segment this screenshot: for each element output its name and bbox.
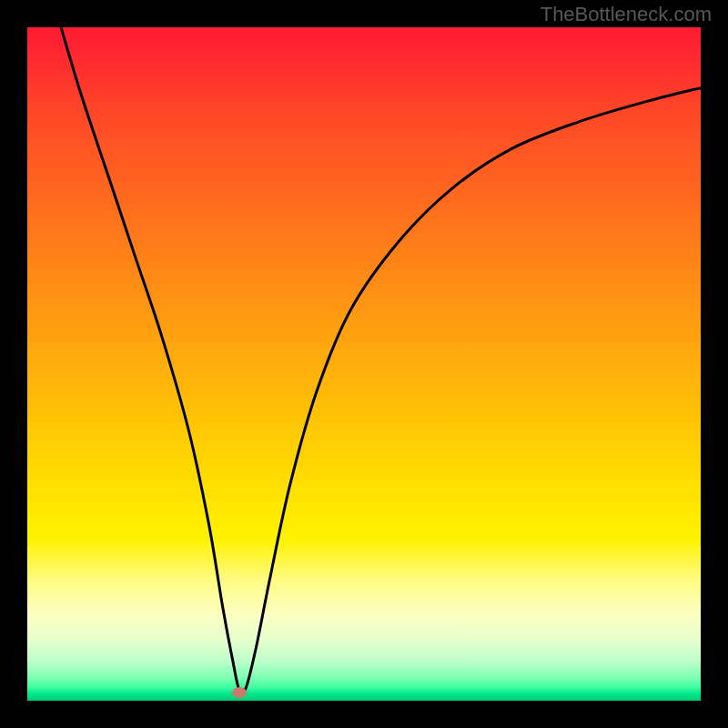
chart-curve-svg — [27, 27, 701, 701]
chart-plot-area — [27, 27, 701, 701]
watermark-text: TheBottleneck.com — [541, 3, 712, 26]
bottleneck-curve-path — [61, 27, 701, 693]
chart-min-marker — [232, 687, 247, 698]
